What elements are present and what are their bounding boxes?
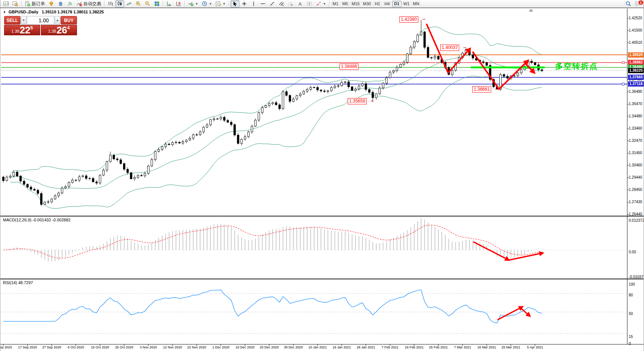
fibonacci-icon: F [288,1,294,7]
svg-text:E: E [282,4,284,6]
vertical-line-icon [251,1,257,7]
crosshair-icon [241,1,247,7]
toolbar-separator [184,1,185,7]
text-label-icon: T [306,1,312,7]
zoom-in-icon [135,1,141,7]
signals-button[interactable] [65,0,74,7]
line-chart-button[interactable] [125,0,133,7]
bar-chart-button[interactable] [106,0,115,7]
search-button[interactable] [624,0,633,7]
chart-shift-button[interactable] [174,0,183,7]
timeframe-m15[interactable]: M15 [350,1,361,7]
timeframe-d1[interactable]: D1 [392,1,402,7]
equidistant-channel-button[interactable]: E [277,0,286,7]
toolbar-separator [21,1,22,7]
toolbar: 新订单 自动交易 [0,0,644,8]
cursor-button[interactable] [231,0,239,7]
indicators-button[interactable]: ▼ [186,0,200,7]
metaeditor-button[interactable] [47,0,56,7]
chart-shift-icon [176,1,181,7]
horizontal-line-icon [260,1,266,7]
svg-text:F: F [291,4,293,6]
bar-chart-icon [107,1,113,7]
toolbar-separator [329,1,329,7]
timeframe-h4[interactable]: H4 [383,1,392,7]
timeframe-mn[interactable]: MN [412,1,421,7]
candlestick-chart-icon [117,1,123,7]
svg-text:T: T [308,2,310,6]
volume-decrease-button[interactable]: ▼ [21,16,26,25]
metaeditor-icon [48,1,54,7]
dropdown-arrow-icon: ▼ [223,2,226,6]
arrows-tool-button[interactable]: ▼ [314,0,328,7]
zoom-out-button[interactable] [143,0,152,7]
timeframe-m5[interactable]: M5 [341,1,350,7]
text-label-button[interactable]: T [305,0,314,7]
candlestick-chart-button[interactable] [115,0,124,7]
profiles-icon [12,1,18,7]
zoom-out-icon [145,1,151,7]
buy-button[interactable]: BUY [61,16,77,25]
trendline-button[interactable] [268,0,277,7]
vertical-line-button[interactable] [249,0,258,7]
toolbar-separator [229,1,229,7]
sell-price-pip: 5 [30,25,33,30]
timeframe-w1[interactable]: W1 [402,1,411,7]
market-button[interactable] [56,0,65,7]
timeframe-m30[interactable]: M30 [361,1,372,7]
chart-canvas[interactable] [0,8,644,351]
auto-scroll-button[interactable] [165,0,174,7]
toolbar-separator [163,1,163,7]
notification-badge: 1 [638,0,644,5]
mt4-window: 新订单 自动交易 [0,0,644,351]
templates-button[interactable]: ▼ [214,0,227,7]
search-icon [625,1,631,7]
buy-price-main: 26 [57,26,67,35]
dropdown-arrow-icon: ▼ [195,2,198,6]
new-chart-icon [3,1,9,7]
buy-price-prefix: 1.38 [48,29,56,33]
tile-windows-button[interactable] [152,0,161,7]
dropdown-arrow-icon: ▼ [323,2,326,6]
new-order-button[interactable]: 新订单 [23,0,46,7]
volume-increase-button[interactable]: ▲ [55,16,60,25]
crosshair-button[interactable] [240,0,249,7]
buy-price[interactable]: 1.38 26 4 [41,25,77,35]
new-order-icon [25,1,30,7]
text-icon: A [297,1,303,7]
chart-stage[interactable]: ▲ GBPUSD-,Daily 1.39110 1.39178 1.38011 … [0,8,644,351]
templates-icon [215,1,221,7]
toolbar-separator [104,1,104,7]
periods-button[interactable]: ▼ [200,0,213,7]
horizontal-line-button[interactable] [258,0,267,7]
text-button[interactable]: A [296,0,305,7]
timeframe-h1[interactable]: H1 [373,1,382,7]
fibonacci-button[interactable]: F [286,0,295,7]
buy-price-pip: 4 [67,25,70,30]
periods-clock-icon [202,1,207,7]
sell-button[interactable]: SELL [4,16,20,25]
tile-windows-icon [154,1,160,7]
one-click-trading-panel: SELL ▼ 1.00 ▲ BUY 1.38 22 5 1.38 26 4 [4,16,77,35]
zoom-in-button[interactable] [134,0,143,7]
volume-input[interactable]: 1.00 [27,16,54,25]
new-chart-button[interactable] [1,0,10,7]
autotrading-icon [76,1,82,7]
notifications-button[interactable]: 1 [633,0,643,7]
signals-icon [67,1,73,7]
autotrading-label: 自动交易 [83,1,101,7]
profiles-button[interactable] [11,0,20,7]
new-order-label: 新订单 [32,1,45,7]
autotrading-button[interactable]: 自动交易 [75,0,103,7]
sell-price[interactable]: 1.38 22 5 [4,25,40,35]
sell-price-prefix: 1.38 [11,29,19,33]
timeframe-m1[interactable]: M1 [331,1,340,7]
panel-frames [0,8,644,351]
timeframe-group: M1M5M15M30H1H4D1W1MN [331,1,421,7]
sell-price-main: 22 [20,26,30,35]
market-icon [58,1,64,7]
indicators-icon [188,1,194,7]
trendline-icon [269,1,275,7]
equidistant-channel-icon: E [278,1,284,7]
auto-scroll-icon [166,1,172,7]
